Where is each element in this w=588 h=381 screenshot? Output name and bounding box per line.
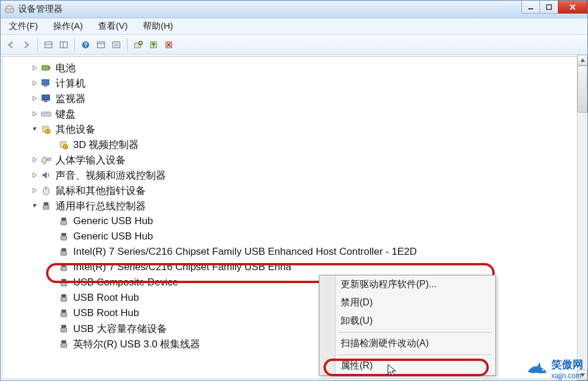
context-menu-update-driver[interactable]: 更新驱动程序软件(P)... bbox=[319, 275, 495, 294]
scan-hardware-button[interactable] bbox=[131, 38, 145, 52]
menu-help[interactable]: 帮助(H) bbox=[139, 19, 177, 34]
tree-node[interactable]: 电池 bbox=[13, 60, 584, 75]
vertical-scrollbar[interactable] bbox=[577, 55, 587, 380]
tree-node[interactable]: USB Composite Device bbox=[13, 275, 584, 290]
toolbar-separator bbox=[37, 38, 38, 51]
battery-icon bbox=[40, 63, 52, 73]
context-menu-disable[interactable]: 禁用(D) bbox=[319, 294, 495, 312]
svg-rect-53 bbox=[61, 328, 67, 332]
expander-placeholder bbox=[48, 340, 57, 348]
tree-node[interactable]: !其他设备 bbox=[13, 121, 584, 137]
keyboard-icon bbox=[40, 109, 52, 119]
help-button[interactable]: ? bbox=[79, 38, 93, 52]
svg-rect-43 bbox=[61, 251, 67, 255]
expand-icon[interactable] bbox=[31, 186, 39, 195]
usb-icon bbox=[58, 216, 70, 226]
forward-button[interactable] bbox=[19, 38, 34, 52]
expander-placeholder bbox=[48, 217, 57, 225]
context-menu-scan[interactable]: 扫描检测硬件改动(A) bbox=[319, 334, 495, 353]
tree-node-label: Intel(R) 7 Series/C216 Chipset Family US… bbox=[73, 261, 291, 273]
back-button[interactable] bbox=[4, 38, 18, 52]
context-menu-properties[interactable]: 属性(R) bbox=[319, 357, 495, 375]
collapse-icon[interactable] bbox=[31, 202, 39, 210]
tree-node[interactable]: 监视器 bbox=[13, 91, 584, 106]
tree-node[interactable]: USB Root Hub bbox=[13, 290, 584, 306]
tree-node-label: USB Root Hub bbox=[73, 307, 139, 319]
menu-file[interactable]: 文件(F) bbox=[5, 19, 41, 34]
collapse-icon[interactable] bbox=[31, 125, 39, 133]
tree-node-label: 键盘 bbox=[55, 107, 76, 121]
tree-node[interactable]: 键盘 bbox=[13, 106, 584, 121]
svg-rect-6 bbox=[60, 42, 67, 48]
svg-rect-40 bbox=[61, 233, 66, 236]
tree-node[interactable]: 英特尔(R) USB 3.0 根集线器 bbox=[13, 336, 584, 352]
tree-node[interactable]: 人体学输入设备 bbox=[13, 152, 584, 167]
expand-icon[interactable] bbox=[31, 110, 39, 118]
scrollbar-track[interactable] bbox=[577, 65, 587, 370]
usb-icon bbox=[58, 277, 70, 288]
scrollbar-thumb[interactable] bbox=[577, 65, 587, 113]
maximize-button[interactable] bbox=[540, 1, 558, 14]
scroll-up-button[interactable] bbox=[577, 55, 587, 65]
cursor-icon bbox=[387, 364, 398, 380]
tree-node[interactable]: USB 大容量存储设备 bbox=[13, 321, 584, 336]
toolbar-separator bbox=[74, 38, 75, 51]
titlebar[interactable]: 设备管理器 bbox=[1, 1, 587, 18]
tree-node[interactable]: Intel(R) 7 Series/C216 Chipset Family US… bbox=[13, 260, 584, 275]
svg-rect-44 bbox=[61, 264, 66, 267]
expand-icon[interactable] bbox=[31, 64, 39, 72]
shark-icon bbox=[525, 360, 549, 377]
tree-node[interactable]: USB Root Hub bbox=[13, 306, 584, 321]
tree-node[interactable]: 计算机 bbox=[13, 75, 584, 91]
expander-placeholder bbox=[48, 278, 57, 287]
toolbar-separator bbox=[127, 38, 128, 51]
uninstall-button[interactable] bbox=[162, 38, 176, 52]
tree-node[interactable]: 声音、视频和游戏控制器 bbox=[13, 167, 584, 183]
update-driver-button[interactable] bbox=[146, 38, 161, 52]
svg-rect-1 bbox=[6, 6, 12, 9]
svg-rect-55 bbox=[61, 343, 67, 347]
device-tree[interactable]: 电池计算机监视器键盘!其他设备!3D 视频控制器人体学输入设备声音、视频和游戏控… bbox=[2, 56, 586, 379]
svg-rect-47 bbox=[61, 282, 67, 286]
expander-placeholder bbox=[48, 248, 57, 256]
expand-icon[interactable] bbox=[31, 156, 39, 164]
context-menu-separator bbox=[338, 354, 492, 355]
toolbar-view2-button[interactable] bbox=[57, 38, 71, 52]
context-menu-uninstall[interactable]: 卸载(U) bbox=[319, 312, 495, 330]
svg-rect-3 bbox=[547, 5, 551, 9]
menu-view[interactable]: 查看(V) bbox=[94, 19, 131, 34]
window-controls bbox=[522, 1, 587, 14]
sound-icon bbox=[40, 170, 52, 180]
toolbar-view1-button[interactable] bbox=[41, 38, 55, 52]
device-manager-window: 设备管理器 文件(F) 操作(A) 查看(V) 帮助(H) ? bbox=[0, 0, 588, 381]
tree-node-label: 声音、视频和游戏控制器 bbox=[55, 169, 166, 182]
svg-rect-13 bbox=[114, 43, 119, 47]
svg-rect-20 bbox=[42, 80, 49, 85]
toolbar: ? bbox=[1, 35, 587, 55]
tree-node[interactable]: Intel(R) 7 Series/C216 Chipset Family US… bbox=[13, 244, 584, 260]
svg-point-56 bbox=[543, 369, 544, 371]
svg-rect-48 bbox=[61, 294, 66, 297]
svg-rect-22 bbox=[42, 95, 50, 100]
expand-icon[interactable] bbox=[31, 171, 39, 179]
tree-node[interactable]: 通用串行总线控制器 bbox=[13, 198, 584, 214]
tree-node[interactable]: !3D 视频控制器 bbox=[13, 137, 584, 152]
tree-node[interactable]: Generic USB Hub bbox=[13, 229, 584, 244]
tree-node[interactable]: Generic USB Hub bbox=[13, 214, 584, 229]
menu-action[interactable]: 操作(A) bbox=[50, 19, 86, 34]
expand-icon[interactable] bbox=[31, 94, 39, 103]
tree-node-label: Intel(R) 7 Series/C216 Chipset Family US… bbox=[73, 246, 417, 258]
expand-icon[interactable] bbox=[31, 79, 39, 87]
context-menu: 更新驱动程序软件(P)... 禁用(D) 卸载(U) 扫描检测硬件改动(A) 属… bbox=[319, 275, 496, 376]
minimize-button[interactable] bbox=[521, 1, 540, 14]
menubar: 文件(F) 操作(A) 查看(V) 帮助(H) bbox=[1, 18, 587, 35]
usb-icon bbox=[58, 231, 70, 242]
toolbar-refresh-button[interactable] bbox=[109, 38, 123, 52]
mouse-icon bbox=[40, 185, 52, 196]
tree-node[interactable]: 鼠标和其他指针设备 bbox=[13, 183, 584, 198]
content-area: 电池计算机监视器键盘!其他设备!3D 视频控制器人体学输入设备声音、视频和游戏控… bbox=[1, 55, 587, 380]
svg-rect-2 bbox=[528, 8, 533, 9]
watermark-domain: xajjn.com bbox=[551, 372, 583, 380]
close-button[interactable] bbox=[558, 1, 587, 14]
toolbar-props-button[interactable] bbox=[94, 38, 108, 52]
